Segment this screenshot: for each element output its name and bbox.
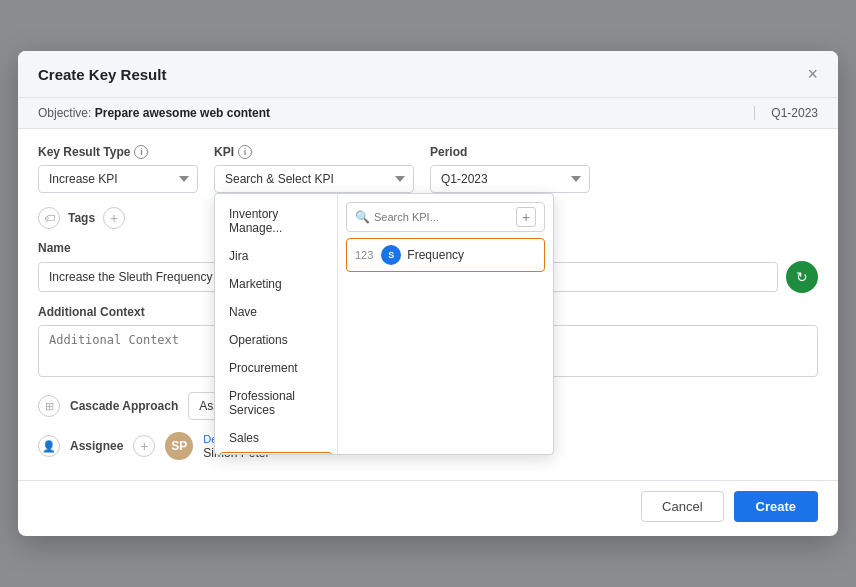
close-button[interactable]: × [807, 65, 818, 83]
objective-period-badge: Q1-2023 [754, 106, 818, 120]
kpi-dropdown: Inventory Manage... Jira Marketing Nave … [214, 193, 554, 455]
kpi-select-button[interactable]: Search & Select KPI [214, 165, 414, 193]
add-assignee-button[interactable]: + [133, 435, 155, 457]
kpi-category-inventory[interactable]: Inventory Manage... [215, 200, 337, 242]
period-select[interactable]: Q1-2023 [430, 165, 590, 193]
kpi-add-button[interactable]: + [516, 207, 536, 227]
refresh-button[interactable]: ↻ [786, 261, 818, 293]
kpi-category-marketing[interactable]: Marketing [215, 270, 337, 298]
kpi-category-sales[interactable]: Sales [215, 424, 337, 452]
objective-prefix: Objective: [38, 106, 91, 120]
cascade-label: Cascade Approach [70, 399, 178, 413]
kpi-result-num: 123 [355, 249, 373, 261]
modal-title: Create Key Result [38, 66, 166, 83]
kpi-info-icon: i [238, 145, 252, 159]
key-result-type-info-icon: i [134, 145, 148, 159]
assignee-icon: 👤 [38, 435, 60, 457]
modal-overlay: Create Key Result × Objective: Prepare a… [0, 0, 856, 587]
kpi-search-input[interactable] [374, 211, 512, 223]
modal-header: Create Key Result × [18, 51, 838, 98]
tags-label: Tags [68, 211, 95, 225]
kpi-category-jira[interactable]: Jira [215, 242, 337, 270]
add-tag-button[interactable]: + [103, 207, 125, 229]
kpi-search-wrap: 🔍 + [346, 202, 545, 232]
objective-info: Objective: Prepare awesome web content [38, 106, 270, 120]
kpi-result-label: Frequency [407, 248, 464, 262]
kpi-right-panel: 🔍 + 123 S Frequency [338, 194, 553, 454]
kpi-category-sleuth[interactable]: Sleuth [219, 452, 333, 454]
assignee-label: Assignee [70, 439, 123, 453]
objective-bar: Objective: Prepare awesome web content Q… [18, 98, 838, 129]
objective-value: Prepare awesome web content [95, 106, 270, 120]
top-form-row: Key Result Type i Increase KPI KPI i Sea… [38, 145, 818, 193]
kpi-category-operations[interactable]: Operations [215, 326, 337, 354]
kpi-result-item[interactable]: 123 S Frequency [346, 238, 545, 272]
kpi-group: KPI i Search & Select KPI Inventory Mana… [214, 145, 414, 193]
key-result-type-label: Key Result Type i [38, 145, 198, 159]
cancel-button[interactable]: Cancel [641, 491, 723, 522]
create-key-result-modal: Create Key Result × Objective: Prepare a… [18, 51, 838, 536]
kpi-category-professional[interactable]: Professional Services [215, 382, 337, 424]
cascade-icon: ⊞ [38, 395, 60, 417]
kpi-label: KPI i [214, 145, 414, 159]
key-result-type-select[interactable]: Increase KPI [38, 165, 198, 193]
tags-icon: 🏷 [38, 207, 60, 229]
kpi-category-list: Inventory Manage... Jira Marketing Nave … [215, 194, 338, 454]
key-result-type-group: Key Result Type i Increase KPI [38, 145, 198, 193]
avatar: SP [165, 432, 193, 460]
modal-body: Key Result Type i Increase KPI KPI i Sea… [18, 129, 838, 480]
search-icon: 🔍 [355, 210, 370, 224]
create-button[interactable]: Create [734, 491, 818, 522]
modal-footer: Cancel Create [18, 480, 838, 536]
period-label: Period [430, 145, 590, 159]
period-group: Period Q1-2023 [430, 145, 590, 193]
kpi-category-procurement[interactable]: Procurement [215, 354, 337, 382]
kpi-result-icon: S [381, 245, 401, 265]
kpi-category-nave[interactable]: Nave [215, 298, 337, 326]
